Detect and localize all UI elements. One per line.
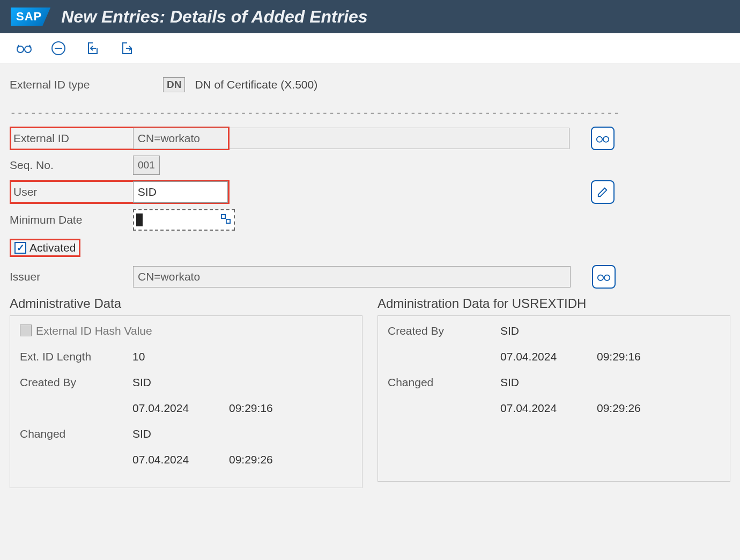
svg-point-4 <box>597 137 602 142</box>
created-date: 07.04.2024 <box>132 402 229 419</box>
svg-rect-7 <box>226 219 230 223</box>
ext-hash-label: External ID Hash Value <box>36 325 152 342</box>
external-id-field-extension[interactable] <box>230 128 569 149</box>
created-time: 09:29:16 <box>229 402 273 419</box>
usr-changed-time: 09:29:26 <box>597 402 641 419</box>
admin-data-title: Administrative Data <box>10 296 362 311</box>
external-id-label: External ID <box>11 132 133 145</box>
value-help-icon[interactable] <box>221 214 231 226</box>
issuer-label: Issuer <box>10 270 133 283</box>
minus-circle-icon[interactable] <box>49 39 68 57</box>
dn-badge: DN <box>163 77 185 92</box>
activated-checkbox[interactable]: ✓ <box>14 242 26 254</box>
text-cursor <box>136 213 143 226</box>
issuer-detail-button[interactable] <box>592 265 616 289</box>
titlebar: SAP New Entries: Details of Added Entrie… <box>0 0 740 33</box>
content-area: External ID type DN DN of Certificate (X… <box>0 63 740 498</box>
admin-data-group: Administrative Data External ID Hash Val… <box>10 296 362 488</box>
changed-time: 09:29:26 <box>229 453 273 470</box>
created-by-value: SID <box>132 376 229 393</box>
usr-changed-label: Changed <box>388 376 500 393</box>
svg-point-9 <box>604 275 610 281</box>
created-by-label: Created By <box>20 376 132 393</box>
row-external-id-type: External ID type DN DN of Certificate (X… <box>10 73 730 97</box>
admin-data-box: External ID Hash Value Ext. ID Length 10… <box>10 315 362 488</box>
row-min-date: Minimum Date <box>10 208 730 232</box>
svg-rect-6 <box>221 214 225 218</box>
ext-id-length-label: Ext. ID Length <box>20 350 132 367</box>
dn-description: DN of Certificate (X.500) <box>195 78 317 91</box>
seq-no-value: 001 <box>133 156 160 175</box>
usr-created-time: 09:29:16 <box>597 350 641 367</box>
svg-point-5 <box>603 137 609 142</box>
activated-label: Activated <box>29 241 76 254</box>
row-activated: ✓ Activated <box>10 236 730 260</box>
groups-container: Administrative Data External ID Hash Val… <box>10 296 730 488</box>
page-title: New Entries: Details of Added Entries <box>61 7 367 27</box>
user-edit-button[interactable] <box>591 180 615 204</box>
user-highlight: User SID <box>10 180 230 204</box>
usr-created-by-label: Created By <box>388 325 500 342</box>
admin-data-usr-group: Administration Data for USREXTIDH Create… <box>378 296 730 488</box>
changed-value: SID <box>132 428 229 445</box>
export-icon[interactable] <box>118 39 136 57</box>
usr-created-date: 07.04.2024 <box>500 350 597 367</box>
user-value: SID <box>138 186 157 198</box>
row-issuer: Issuer CN=workato <box>10 265 730 289</box>
ext-id-length-value: 10 <box>132 350 229 367</box>
external-id-highlight: External ID CN=workato <box>10 127 230 150</box>
import-icon[interactable] <box>84 39 102 57</box>
seq-no-label: Seq. No. <box>10 159 133 172</box>
issuer-value: CN=workato <box>138 270 200 283</box>
user-input[interactable]: SID <box>133 181 228 203</box>
svg-point-8 <box>598 275 603 281</box>
row-user: User SID <box>10 180 730 204</box>
row-external-id: External ID CN=workato <box>10 127 730 150</box>
user-label: User <box>11 186 133 198</box>
changed-date: 07.04.2024 <box>132 453 229 470</box>
row-seq-no: Seq. No. 001 <box>10 153 730 177</box>
min-date-input[interactable] <box>133 209 235 231</box>
ext-hash-checkbox[interactable] <box>20 325 32 336</box>
min-date-label: Minimum Date <box>10 213 133 226</box>
sap-logo: SAP <box>11 8 50 26</box>
external-id-value-box: CN=workato <box>133 128 228 149</box>
external-id-value: CN=workato <box>138 132 200 145</box>
admin-data-usr-title: Administration Data for USREXTIDH <box>378 296 730 311</box>
issuer-field[interactable]: CN=workato <box>133 266 571 288</box>
usr-created-by-value: SID <box>500 325 597 342</box>
admin-data-usr-box: Created By SID 07.04.2024 09:29:16 Chang… <box>378 315 730 482</box>
activated-highlight: ✓ Activated <box>10 239 80 257</box>
glasses-icon[interactable] <box>15 39 33 57</box>
external-id-type-label: External ID type <box>10 78 163 91</box>
usr-changed-date: 07.04.2024 <box>500 402 597 419</box>
separator: ----------------------------------------… <box>10 104 730 127</box>
changed-label: Changed <box>20 428 132 445</box>
external-id-detail-button[interactable] <box>591 127 615 150</box>
toolbar <box>0 33 740 63</box>
usr-changed-value: SID <box>500 376 597 393</box>
